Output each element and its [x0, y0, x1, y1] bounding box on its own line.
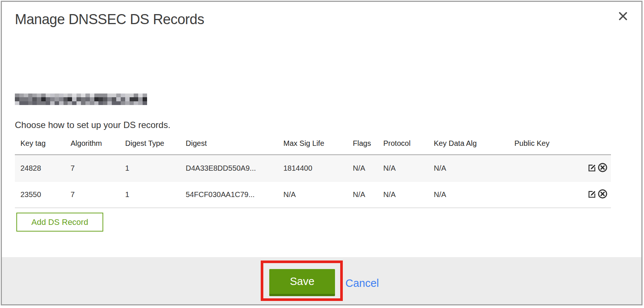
cell-digest-type: 1 — [125, 155, 186, 181]
col-actions — [574, 127, 611, 155]
col-public-key: Public Key — [514, 127, 574, 155]
save-button[interactable]: Save — [269, 269, 335, 296]
col-max-sig-life: Max Sig Life — [283, 127, 353, 155]
delete-circle-x-icon — [598, 194, 608, 200]
delete-circle-x-icon — [598, 168, 608, 174]
edit-record-button[interactable] — [587, 189, 597, 200]
col-digest-type: Digest Type — [125, 127, 186, 155]
cell-flags: N/A — [353, 181, 383, 208]
table-header-row: Key tag Algorithm Digest Type Digest Max… — [15, 127, 611, 155]
cell-digest: 54FCF030AA1C79... — [186, 181, 283, 208]
col-key-tag: Key tag — [15, 127, 71, 155]
table-row: 23550 7 1 54FCF030AA1C79... N/A N/A N/A … — [15, 181, 611, 208]
cell-algorithm: 7 — [71, 181, 125, 208]
cell-public-key — [514, 155, 574, 181]
cell-digest-type: 1 — [125, 181, 186, 208]
delete-record-button[interactable] — [598, 163, 608, 174]
cell-max-sig-life: N/A — [283, 181, 353, 208]
cell-actions — [574, 155, 611, 181]
cell-actions — [574, 181, 611, 208]
cell-max-sig-life: 1814400 — [283, 155, 353, 181]
edit-record-button[interactable] — [587, 163, 597, 174]
cell-key-tag: 24828 — [15, 155, 71, 181]
cancel-link[interactable]: Cancel — [345, 277, 379, 289]
table-row: 24828 7 1 D4A33E8DD550A9... 1814400 N/A … — [15, 155, 611, 181]
close-icon — [618, 11, 628, 22]
cell-key-data-alg: N/A — [434, 181, 514, 208]
ds-records-table: Key tag Algorithm Digest Type Digest Max… — [15, 127, 611, 208]
cell-key-data-alg: N/A — [434, 155, 514, 181]
edit-icon — [587, 168, 597, 174]
edit-icon — [587, 194, 597, 200]
col-digest: Digest — [186, 127, 283, 155]
cell-protocol: N/A — [383, 181, 434, 208]
manage-dnssec-modal: Manage DNSSEC DS Records Choose how to s… — [1, 1, 643, 305]
cell-flags: N/A — [353, 155, 383, 181]
col-protocol: Protocol — [383, 127, 434, 155]
redacted-domain — [15, 94, 147, 105]
col-flags: Flags — [353, 127, 383, 155]
screen: Manage DNSSEC DS Records Choose how to s… — [0, 0, 644, 308]
cell-public-key — [514, 181, 574, 208]
col-key-data-alg: Key Data Alg — [434, 127, 514, 155]
cell-protocol: N/A — [383, 155, 434, 181]
col-algorithm: Algorithm — [71, 127, 125, 155]
add-ds-record-button[interactable]: Add DS Record — [16, 213, 103, 232]
cell-algorithm: 7 — [71, 155, 125, 181]
delete-record-button[interactable] — [598, 189, 608, 200]
close-button[interactable] — [616, 10, 630, 23]
modal-title: Manage DNSSEC DS Records — [15, 12, 204, 28]
cell-key-tag: 23550 — [15, 181, 71, 208]
cell-digest: D4A33E8DD550A9... — [186, 155, 283, 181]
